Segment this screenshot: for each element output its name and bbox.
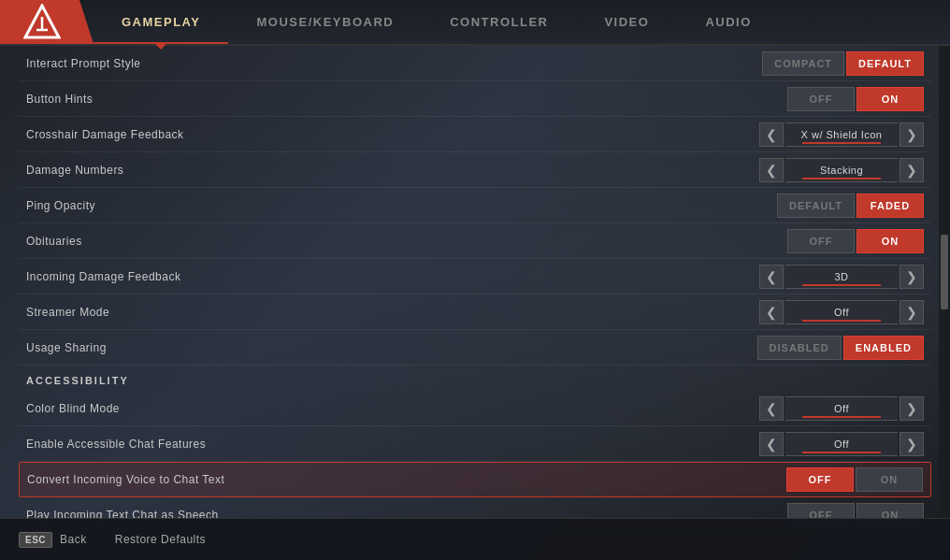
tab-controller[interactable]: CONTROLLER (422, 0, 576, 44)
setting-row-usage-sharing: Usage Sharing Disabled Enabled (19, 330, 931, 366)
setting-row-crosshair-damage: Crosshair Damage Feedback ❮ X w/ Shield … (19, 117, 931, 152)
damage-numbers-value: Stacking (785, 158, 898, 182)
btn-accessible-next[interactable]: ❯ (900, 432, 924, 456)
setting-row-obituaries: Obituaries Off On (19, 223, 931, 259)
setting-label-damage-numbers: Damage Numbers (26, 164, 759, 177)
tab-video[interactable]: VIDEO (576, 0, 677, 44)
accessible-chat-value: Off (785, 432, 898, 456)
setting-label-obituaries: Obituaries (26, 235, 787, 248)
setting-label-incoming-damage: Incoming Damage Feedback (26, 270, 759, 283)
setting-label-convert-voice: Convert Incoming Voice to Chat Text (27, 473, 786, 486)
setting-control-streamer-mode: ❮ Off ❯ (759, 300, 924, 324)
setting-control-usage-sharing: Disabled Enabled (757, 336, 924, 360)
color-blind-value: Off (785, 396, 898, 421)
btn-usage-enabled[interactable]: Enabled (843, 336, 924, 360)
tab-gameplay[interactable]: GAMEPLAY (94, 0, 228, 44)
setting-row-incoming-damage: Incoming Damage Feedback ❮ 3D ❯ (19, 259, 931, 294)
crosshair-value: X w/ Shield Icon (785, 122, 898, 147)
btn-streamer-prev[interactable]: ❮ (759, 300, 784, 324)
btn-button-hints-off[interactable]: Off (787, 87, 855, 111)
settings-list: Interact Prompt Style Compact Default Bu… (0, 46, 950, 533)
incoming-damage-value: 3D (785, 265, 898, 289)
setting-label-ping-opacity: Ping Opacity (26, 199, 777, 212)
btn-ping-default[interactable]: Default (777, 194, 855, 218)
back-label: Back (60, 533, 87, 546)
btn-default[interactable]: Default (846, 51, 924, 76)
setting-row-interact-prompt: Interact Prompt Style Compact Default (19, 46, 931, 81)
setting-control-accessible-chat: ❮ Off ❯ (759, 432, 924, 456)
btn-colorblind-prev[interactable]: ❮ (759, 396, 784, 421)
setting-label-streamer-mode: Streamer Mode (26, 306, 759, 319)
btn-button-hints-on[interactable]: On (856, 87, 924, 111)
setting-row-button-hints: Button Hints Off On (19, 81, 931, 117)
streamer-mode-value: Off (785, 300, 898, 324)
btn-usage-disabled[interactable]: Disabled (757, 336, 842, 360)
tab-audio[interactable]: AUDIO (677, 0, 779, 44)
setting-control-interact-prompt: Compact Default (762, 51, 924, 76)
setting-row-ping-opacity: Ping Opacity Default Faded (19, 188, 931, 223)
setting-control-incoming-damage: ❮ 3D ❯ (759, 265, 924, 289)
tab-mouse-keyboard[interactable]: MOUSE/KEYBOARD (228, 0, 422, 44)
apex-logo-icon (23, 4, 61, 41)
setting-control-crosshair-damage: ❮ X w/ Shield Icon ❯ (759, 122, 924, 147)
main-content: Interact Prompt Style Compact Default Bu… (0, 46, 950, 560)
btn-incoming-next[interactable]: ❯ (900, 265, 924, 289)
logo-area (0, 0, 94, 44)
restore-label: Restore Defaults (115, 533, 206, 546)
btn-damage-prev[interactable]: ❮ (759, 158, 784, 182)
setting-control-obituaries: Off On (787, 229, 924, 253)
setting-label-usage-sharing: Usage Sharing (26, 341, 757, 354)
setting-label-accessible-chat: Enable Accessible Chat Features (26, 438, 759, 451)
btn-obituaries-on[interactable]: On (856, 229, 924, 253)
setting-label-button-hints: Button Hints (26, 93, 787, 106)
restore-action[interactable]: Restore Defaults (115, 533, 206, 546)
btn-crosshair-prev[interactable]: ❮ (759, 122, 784, 147)
btn-incoming-prev[interactable]: ❮ (759, 265, 784, 289)
btn-convert-voice-off[interactable]: Off (786, 467, 854, 492)
scrollbar-track[interactable] (939, 46, 950, 518)
setting-control-damage-numbers: ❮ Stacking ❯ (759, 158, 924, 182)
setting-label-crosshair-damage: Crosshair Damage Feedback (26, 128, 759, 141)
setting-label-interact-prompt: Interact Prompt Style (26, 57, 762, 70)
bottom-bar: ESC Back Restore Defaults (0, 518, 950, 560)
section-header-accessibility: ACCESSIBILITY (19, 366, 931, 391)
btn-compact[interactable]: Compact (762, 51, 844, 76)
nav-tabs: GAMEPLAY MOUSE/KEYBOARD CONTROLLER VIDEO… (94, 0, 950, 44)
btn-accessible-prev[interactable]: ❮ (759, 432, 784, 456)
btn-obituaries-off[interactable]: Off (787, 229, 855, 253)
setting-control-ping-opacity: Default Faded (777, 194, 924, 218)
setting-row-damage-numbers: Damage Numbers ❮ Stacking ❯ (19, 152, 931, 188)
nav-bar: GAMEPLAY MOUSE/KEYBOARD CONTROLLER VIDEO… (0, 0, 950, 46)
btn-crosshair-next[interactable]: ❯ (900, 122, 924, 147)
setting-row-accessible-chat: Enable Accessible Chat Features ❮ Off ❯ (19, 426, 931, 462)
btn-convert-voice-on[interactable]: On (856, 467, 923, 492)
back-action[interactable]: ESC Back (19, 532, 87, 548)
btn-damage-next[interactable]: ❯ (900, 158, 924, 182)
setting-row-streamer-mode: Streamer Mode ❮ Off ❯ (19, 294, 931, 330)
setting-row-convert-voice: Convert Incoming Voice to Chat Text Off … (19, 462, 931, 497)
esc-key-badge: ESC (19, 532, 52, 548)
btn-streamer-next[interactable]: ❯ (900, 300, 924, 324)
setting-control-color-blind: ❮ Off ❯ (759, 396, 924, 421)
btn-ping-faded[interactable]: Faded (856, 194, 924, 218)
scrollbar-thumb[interactable] (941, 235, 948, 309)
settings-panel: Interact Prompt Style Compact Default Bu… (0, 46, 950, 560)
btn-colorblind-next[interactable]: ❯ (900, 396, 924, 421)
setting-control-button-hints: Off On (787, 87, 924, 111)
setting-row-color-blind: Color Blind Mode ❮ Off ❯ (19, 391, 931, 426)
setting-label-color-blind: Color Blind Mode (26, 402, 759, 415)
setting-control-convert-voice: Off On (786, 467, 923, 492)
